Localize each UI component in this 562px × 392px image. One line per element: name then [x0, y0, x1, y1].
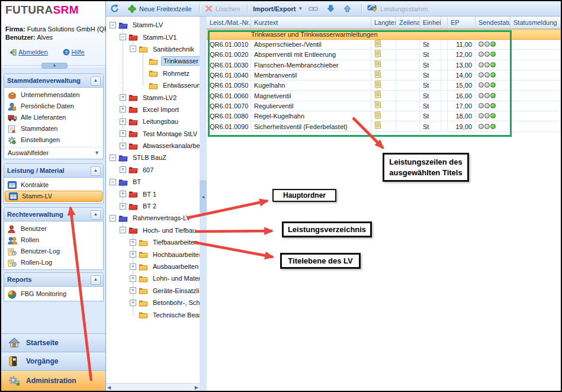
tree-node-excel-import[interactable]: +Excel Import — [106, 104, 200, 115]
sidebar-item-unternehmensdaten[interactable]: Unternehmensdaten — [4, 89, 103, 101]
column-header-statusmeldung[interactable]: Statusmeldung — [510, 17, 561, 28]
expand-toggle-icon[interactable]: + — [130, 275, 136, 282]
expand-toggle-icon[interactable]: + — [130, 264, 136, 270]
collapse-toggle-icon[interactable]: − — [120, 34, 126, 40]
tree-node-stamm-lv1[interactable]: −Stamm-LV1 — [106, 31, 200, 43]
expand-toggle-icon[interactable]: + — [120, 118, 126, 125]
scroll-right-icon[interactable]: ▶ — [195, 385, 198, 390]
tree-node-technische-bearbeit[interactable]: Technische Bearbeit — [106, 309, 200, 320]
tree-node-bt[interactable]: −BT — [106, 176, 200, 188]
collapse-toggle-icon[interactable]: − — [130, 46, 136, 52]
langtext-note-icon[interactable] — [374, 40, 381, 50]
link-button[interactable] — [309, 6, 321, 12]
column-header-sendestatus[interactable]: Sendestatus — [476, 17, 510, 28]
collapse-toggle-icon[interactable]: − — [110, 179, 116, 185]
expand-toggle-icon[interactable]: + — [120, 130, 126, 137]
splitter-collapse-icon[interactable]: ◂ — [200, 180, 207, 213]
nav-startseite[interactable]: Startseite — [1, 333, 105, 352]
tree-node-abwasserkanalarbeiten[interactable]: +Abwasserkanalarbeiten — [106, 140, 200, 152]
grid-row-QR6.01.0080[interactable]: QR6.01.0080Regel-KugelhahnSt18,00 — [207, 111, 561, 121]
collapse-icon[interactable]: ▲ — [91, 76, 101, 86]
tree-node-stamm-lv[interactable]: −Stamm-LV — [106, 19, 200, 31]
move-down-button[interactable] — [327, 5, 338, 12]
tree-node-sanit-rtechnik[interactable]: −Sanitärtechnik — [106, 43, 200, 55]
tree-node-rahmenvertrags-lv[interactable]: −Rahmenvertrags-LV — [106, 212, 200, 224]
delete-button[interactable]: Löschen — [205, 5, 240, 12]
tree-node-lohn-und-material-f[interactable]: +Lohn- und Material-F — [106, 272, 200, 284]
sidebar-item-fbg-monitoring[interactable]: FBG Monitoring — [4, 288, 103, 300]
tree-node-trinkwasser-und[interactable]: Trinkwasser und — [106, 55, 200, 67]
grid-row-QR6.01.0040[interactable]: QR6.01.0040MembranventilSt14,00 — [207, 70, 561, 81]
sidebar-item-benutzer[interactable]: Benutzer — [4, 223, 103, 234]
panel-header-stammdatenverwaltung[interactable]: Stammdatenverwaltung ▲ — [4, 74, 103, 88]
langtext-note-icon[interactable] — [374, 111, 381, 121]
sidebar-item-stammdaten[interactable]: Stammdaten — [4, 123, 103, 134]
grid-row-QR6.01.0020[interactable]: QR6.01.0020Absperrventil mit EntleerungS… — [207, 50, 561, 60]
sidebar-item-einstellungen[interactable]: Einstellungen — [4, 134, 103, 146]
collapse-toggle-icon[interactable]: − — [110, 215, 116, 221]
column-header-zeilenart[interactable]: Zeilenart — [396, 17, 420, 28]
sidebar-item-benutzer-log[interactable]: Benutzer-Log — [4, 246, 103, 257]
tree-node-607[interactable]: +607 — [106, 164, 200, 176]
refresh-button[interactable] — [110, 4, 122, 13]
langtext-note-icon[interactable] — [374, 121, 381, 131]
tree-node-hochbauarbeiten[interactable]: +Hochbauarbeiten — [106, 248, 200, 260]
collapse-toggle-icon[interactable]: − — [110, 22, 116, 28]
tree-node-hoch-und-tiefbau[interactable]: −Hoch- und Tiefbau — [106, 224, 200, 236]
expand-toggle-icon[interactable]: + — [130, 239, 136, 246]
column-header-spacer[interactable] — [441, 17, 448, 28]
tree-node-stamm-lv2[interactable]: +Stamm-LV2 — [106, 91, 200, 103]
sidebar-item-pers-nliche-daten[interactable]: Persönliche Daten — [4, 101, 103, 112]
langtext-note-icon[interactable] — [374, 60, 381, 70]
panel-header-rechteverwaltung[interactable]: Rechteverwaltung ▲ — [4, 208, 103, 221]
tree-node-ger-te-einsatzliste[interactable]: +Geräte-Einsatzliste — [106, 285, 200, 297]
grid-row-QR6.01.0060[interactable]: QR6.01.0060MagnetventilSt16,00 — [207, 91, 561, 101]
nav-vorg-nge[interactable]: Vorgänge — [1, 352, 105, 370]
grid-row-QR6.01.0090[interactable]: QR6.01.0090Sicherheitsventil (Federbelas… — [207, 121, 561, 131]
grid-row-QR6.01.0050[interactable]: QR6.01.0050KugelhahnSt15,00 — [207, 81, 561, 91]
expand-toggle-icon[interactable]: + — [130, 287, 136, 294]
collapse-toggle-icon[interactable]: − — [120, 227, 126, 233]
sidebar-item-alle-lieferanten[interactable]: Alle Lieferanten — [4, 112, 103, 123]
grid-row-QR6.01.0030[interactable]: QR6.01.0030Flanschen-MembranschieberSt13… — [207, 60, 561, 70]
langtext-note-icon[interactable] — [374, 81, 381, 91]
sidebar-item-kontrakte[interactable]: Kontrakte — [4, 179, 103, 191]
tree-node-bt-1[interactable]: +BT 1 — [106, 188, 200, 200]
nav-administration[interactable]: Administration — [1, 370, 105, 391]
expand-toggle-icon[interactable]: + — [120, 166, 126, 173]
grid-row-QR6.01.0070[interactable]: QR6.01.0070RegulierventilSt17,00 — [207, 101, 561, 111]
sidebar-item-rollen[interactable]: Rollen — [4, 234, 103, 246]
tree-node-rohrnetz[interactable]: Rohrnetz — [106, 68, 200, 79]
langtext-note-icon[interactable] — [374, 91, 381, 101]
langtext-note-icon[interactable] — [374, 70, 381, 81]
panel-header-leistung-material[interactable]: Leistung / Material ▲ — [4, 164, 103, 178]
collapse-toggle-icon[interactable]: − — [110, 155, 116, 161]
tree-node-entw-sserung[interactable]: Entwässerung — [106, 79, 200, 91]
expand-toggle-icon[interactable]: + — [120, 191, 126, 197]
tree-node-test-montage-stlv[interactable]: +Test Montage StLV — [106, 128, 200, 140]
move-up-button[interactable] — [343, 5, 354, 12]
column-header-leist-mat-nr[interactable]: Leist./Mat.-Nr. — [207, 17, 251, 28]
expand-toggle-icon[interactable]: + — [130, 251, 136, 258]
tree-horizontal-scrollbar[interactable]: ◀ ▶ — [106, 383, 200, 391]
column-header-einheit[interactable]: Einheit — [420, 17, 441, 28]
sidebar-item-rollen-log[interactable]: Rollen-Log — [4, 257, 103, 268]
expand-toggle-icon[interactable]: + — [130, 300, 136, 306]
collapse-icon[interactable]: ▲ — [91, 210, 101, 220]
tree-node-stlb-bauz[interactable]: −STLB BauZ — [106, 152, 200, 163]
expand-toggle-icon[interactable]: + — [120, 106, 126, 113]
help-link[interactable]: ?Hilfe — [63, 49, 85, 56]
tree-node-leitungsbau[interactable]: +Leitungsbau — [106, 115, 200, 127]
expand-toggle-icon[interactable]: + — [120, 143, 126, 149]
panel-header-reports[interactable]: Reports ▲ — [4, 273, 103, 287]
import-export-button[interactable]: Import/Export▼ — [253, 5, 303, 12]
column-header-langtext[interactable]: Langtext — [371, 17, 396, 28]
langtext-note-icon[interactable] — [374, 50, 381, 60]
sidebar-item-stamm-lv[interactable]: Stamm-LV — [5, 191, 102, 202]
expand-toggle-icon[interactable]: + — [120, 203, 126, 210]
column-header-kurztext[interactable]: Kurztext — [251, 17, 371, 28]
tree-node-betonbohr-schneid[interactable]: +Betonbohr-, Schneid — [106, 297, 200, 309]
column-header-ep[interactable]: EP — [448, 17, 476, 28]
auswahlfelder-dropdown[interactable]: Auswahlfelder ▼ — [4, 147, 103, 159]
panel-splitter[interactable]: ◂ — [200, 17, 207, 391]
